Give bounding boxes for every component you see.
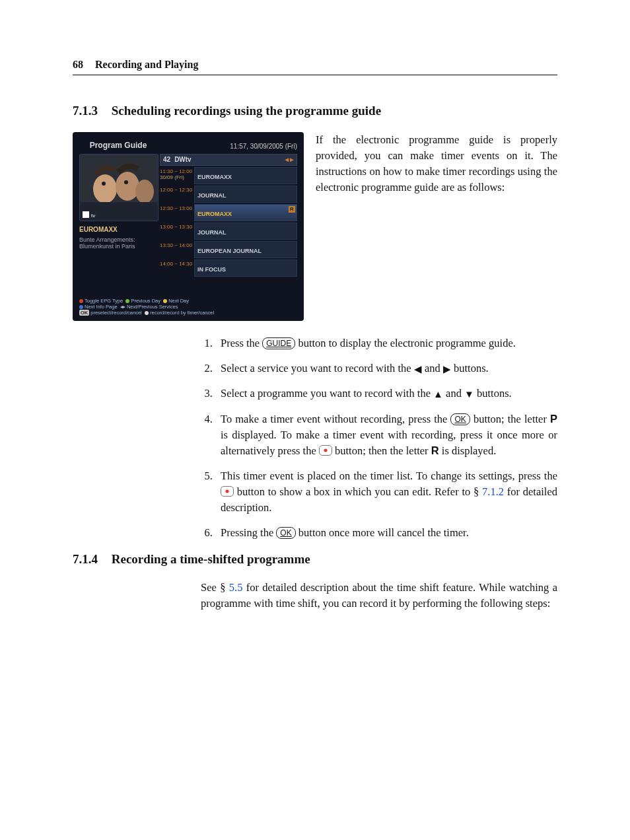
epg-time: 12:00 ~ 12:30 (160, 186, 194, 203)
epg-time: 13:30 ~ 14:00 (160, 241, 194, 258)
epg-time: 14:00 ~ 14:30 (160, 260, 194, 277)
epg-channel-number: 42 (163, 155, 170, 165)
legend-arrows-icon: ◂▸ (120, 304, 125, 310)
intro-paragraph: If the electronic programme guide is pro… (316, 132, 557, 195)
step-2: Select a service you want to record with… (215, 361, 557, 377)
page-number: 68 (73, 57, 83, 72)
epg-channel-arrows-icon: ◄► (283, 155, 294, 165)
header-rule (73, 75, 557, 75)
step-2-text-b: and (422, 362, 443, 374)
step-3-text-b: and (443, 387, 464, 400)
epg-clock: 11:57, 30/09/2005 (Fri) (157, 142, 297, 152)
para-714: See § 5.5 for detailed description about… (201, 580, 557, 612)
epg-programme-cell: EUROMAXXR (194, 204, 297, 221)
step-4: To make a timer event without recording,… (215, 411, 557, 459)
crossref-55[interactable]: 5.5 (229, 581, 243, 594)
epg-programme-cell: EUROPEAN JOURNAL (194, 241, 297, 258)
epg-programme-cell: JOURNAL (194, 186, 297, 203)
ok-key-icon-2: OK (276, 527, 295, 539)
epg-row: 14:00 ~ 14:30IN FOCUS (160, 260, 297, 277)
legend-rec-label: record/record by timer/cancel (150, 310, 214, 316)
svg-point-6 (124, 180, 128, 184)
step-1: Press the GUIDE button to display the el… (215, 335, 557, 351)
section-heading-713: 7.1.3 Scheduling recordings using the pr… (73, 102, 557, 120)
step-6: Pressing the OK button once more will ca… (215, 525, 557, 541)
section-number: 7.1.3 (73, 102, 98, 120)
epg-row: 12:00 ~ 12:30JOURNAL (160, 186, 297, 203)
epg-screenshot: Program Guide 11:57, 30/09/2005 (Fri) (73, 132, 304, 321)
step-6-text-a: Pressing the (221, 526, 276, 539)
chapter-title: Recording and Playing (95, 59, 198, 70)
section-heading-714: 7.1.4 Recording a time-shifted programme (73, 550, 557, 569)
epg-programme-cell: IN FOCUS (194, 260, 297, 277)
legend-arrows-label: Next/Previous Services (127, 304, 178, 310)
left-arrow-icon: ◀ (414, 364, 422, 374)
section-number-714: 7.1.4 (73, 550, 98, 569)
epg-row: 13:30 ~ 14:00EUROPEAN JOURNAL (160, 241, 297, 258)
figure-row: Program Guide 11:57, 30/09/2005 (Fri) (73, 132, 557, 321)
section-title-714: Recording a time-shifted programme (112, 552, 310, 566)
running-head: 68 Recording and Playing (73, 57, 557, 72)
epg-grid: 42 DWtv ◄► 11:30 ~ 12:0030/09 (Fri)EUROM… (160, 154, 297, 295)
crossref-712[interactable]: 7.1.2 (482, 485, 504, 498)
epg-time: 13:00 ~ 13:30 (160, 223, 194, 240)
epg-row: 13:00 ~ 13:30JOURNAL (160, 223, 297, 240)
record-key-icon-2 (221, 486, 234, 497)
guide-key-icon: GUIDE (262, 337, 295, 349)
epg-record-badge: R (289, 206, 295, 213)
step-5-text-a: This timer event is placed on the timer … (221, 470, 557, 482)
para-714-a: See § (201, 581, 229, 594)
legend-blue-label: Next Info Page (85, 304, 118, 310)
epg-row: 12:30 ~ 13:00EUROMAXXR (160, 204, 297, 221)
step-5: This timer event is placed on the timer … (215, 468, 557, 516)
legend-ok-label: preselect/record/cancel (90, 310, 142, 316)
epg-current-subtitle: Bunte Arrangements: Blumenkunst in Paris (79, 236, 157, 250)
step-4-text-a: To make a timer event without recording,… (221, 413, 450, 425)
section-title: Scheduling recordings using the programm… (112, 104, 381, 118)
epg-programme-cell: EUROMAXX (194, 167, 297, 184)
para-714-b: for detailed description about the time … (201, 581, 557, 610)
epg-legend: Toggle EPG Type Previous Day Next Day Ne… (79, 298, 297, 316)
epg-row: 11:30 ~ 12:0030/09 (Fri)EUROMAXX (160, 167, 297, 184)
legend-green-label: Previous Day (131, 298, 160, 304)
page: 68 Recording and Playing 7.1.3 Schedulin… (0, 0, 630, 840)
step-5-text-b: button to show a box in which you can ed… (234, 485, 482, 498)
svg-rect-7 (83, 211, 89, 218)
epg-channel-name: DWtv (174, 155, 283, 165)
step-2-text-a: Select a service you want to record with… (221, 362, 414, 374)
step-6-text-b: button once more will cancel the timer. (296, 526, 469, 539)
epg-preview-image: tv (79, 154, 158, 221)
step-4-text-b: button; the letter (470, 413, 550, 425)
epg-programme-cell: JOURNAL (194, 223, 297, 240)
letter-p: P (550, 413, 557, 425)
ok-key-icon-1: OK (450, 413, 470, 425)
legend-red-dot-icon (79, 299, 83, 303)
step-1-text-a: Press the (221, 337, 262, 349)
down-arrow-icon: ▼ (464, 389, 474, 400)
right-arrow-icon: ▶ (443, 364, 451, 374)
up-arrow-icon: ▲ (433, 389, 443, 400)
epg-time: 12:30 ~ 13:00 (160, 204, 194, 221)
legend-blue-dot-icon (79, 305, 83, 309)
step-3-text-c: buttons. (474, 387, 512, 400)
svg-point-3 (135, 180, 154, 203)
legend-rec-dot-icon (145, 311, 149, 315)
svg-point-2 (116, 172, 139, 201)
step-4-text-e: is displayed. (439, 444, 497, 457)
step-2-text-c: buttons. (451, 362, 489, 374)
record-key-icon-1 (319, 445, 332, 456)
legend-yellow-dot-icon (163, 299, 167, 303)
step-3: Select a programme you want to record wi… (215, 386, 557, 402)
svg-point-1 (93, 174, 117, 203)
epg-time: 11:30 ~ 12:0030/09 (Fri) (160, 167, 194, 184)
svg-text:tv: tv (91, 213, 95, 219)
instruction-list: Press the GUIDE button to display the el… (73, 335, 557, 541)
legend-ok-key-icon: OK (79, 310, 89, 316)
legend-green-dot-icon (125, 299, 129, 303)
epg-title: Program Guide (79, 140, 157, 151)
step-1-text-b: button to display the electronic program… (295, 337, 516, 349)
epg-body: tv EUROMAXX Bunte Arrangements: Blumenku… (79, 154, 297, 295)
epg-preview-pane: tv EUROMAXX Bunte Arrangements: Blumenku… (79, 154, 157, 295)
epg-current-programme: EUROMAXX (79, 225, 157, 235)
letter-r: R (431, 444, 439, 456)
